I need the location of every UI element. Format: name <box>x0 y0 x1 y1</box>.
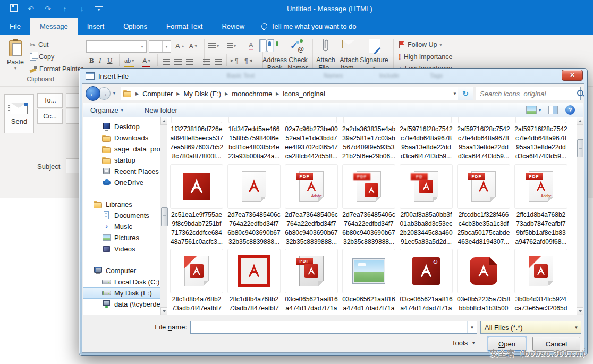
cut-button[interactable]: ✂ Cut <box>30 39 48 50</box>
follow-up-button[interactable]: Follow Up▾ <box>399 39 442 50</box>
cc-field[interactable] <box>66 109 79 124</box>
views-button[interactable]: ▾ <box>526 106 541 114</box>
sidebar-item-sage-data-produ[interactable]: sage_data_produ <box>83 143 160 155</box>
file-item[interactable]: 2c51ea1e9f755ae 9f8c9bdab7251bf 717362cd… <box>170 164 223 247</box>
font-size-combo[interactable]: ▾ <box>149 40 171 53</box>
sidebar-item-data-cyberdev[interactable]: data (\\cyberdev <box>83 299 160 310</box>
file-name-combo[interactable]: ▼ <box>190 321 477 334</box>
underline-button[interactable]: U <box>107 55 112 66</box>
undo-icon[interactable]: ↶ <box>27 5 35 13</box>
save-icon[interactable] <box>10 4 18 14</box>
file-item[interactable]: 2ffc1d8b4a768b2 73adb7847eafbf7 <box>227 249 281 313</box>
align-left-button[interactable] <box>163 56 170 67</box>
scroll-down-arrow[interactable] <box>160 307 167 315</box>
file-item[interactable]: 2a2da363835e4ab 39a2581e17c03ab 567d409f… <box>342 117 395 161</box>
sidebar-item-downloads[interactable]: ↓Downloads <box>83 132 160 143</box>
send-button[interactable]: Send <box>4 94 34 133</box>
sidebar-item-desktop[interactable]: Desktop <box>83 121 160 132</box>
signature-button[interactable] <box>369 39 380 55</box>
file-item[interactable]: PDF2d7ea736485406c 764a22edfbd34f7 6b80c… <box>342 164 395 247</box>
file-item[interactable]: PDF03ce065621aa816 a474d17dad7f71a <box>285 249 338 313</box>
history-dropdown-icon[interactable]: ▼ <box>112 91 116 96</box>
sidebar-item-videos[interactable]: Videos <box>83 243 160 255</box>
tools-button[interactable]: Tools ▼ <box>452 339 476 347</box>
font-name-combo[interactable]: ▾ <box>86 40 147 53</box>
italic-button[interactable]: I <box>99 55 101 66</box>
subject-field[interactable] <box>66 158 79 173</box>
chevron-down-icon[interactable]: ▼ <box>467 321 477 333</box>
address-dropdown-icon[interactable]: ▼ <box>453 91 457 96</box>
clear-formatting-button[interactable]: A <box>249 40 253 51</box>
sidebar-item-pictures[interactable]: Pictures <box>83 232 160 243</box>
high-importance-button[interactable]: ! High Importance <box>399 52 452 62</box>
tab-options[interactable]: Options <box>114 18 157 35</box>
organize-button[interactable]: Organize▾ <box>85 103 129 117</box>
chevron-down-icon[interactable]: ▼ <box>572 325 581 330</box>
numbering-button[interactable]: ▾ <box>227 40 236 51</box>
help-button[interactable]: ? <box>565 105 575 115</box>
file-item[interactable]: 02a7c96b273be80 52eaf1e1de3bdd7 ee4f9370… <box>285 117 338 161</box>
tell-me-box[interactable]: Tell me what you want to do <box>254 18 356 35</box>
customize-qat-icon[interactable]: ▾ <box>95 6 103 11</box>
tree-scrollbar[interactable] <box>160 117 167 315</box>
file-list-scrollbar-thumb[interactable] <box>577 139 583 157</box>
file-item[interactable]: PDFAdobe2d7ea736485406c 764a22edfbd34f7 … <box>285 164 338 247</box>
file-item[interactable]: 03e0b52235a7358 bbbb8cfa1b3f500 <box>457 249 510 313</box>
breadcrumb-segment[interactable]: My Disk (E:) <box>183 90 221 98</box>
tab-file[interactable]: File <box>0 18 30 35</box>
scroll-up-arrow[interactable] <box>160 117 167 125</box>
ltr-direction-button[interactable]: ▶¶ <box>231 55 238 66</box>
refresh-button[interactable]: ↻ <box>458 87 473 100</box>
sidebar-item-libraries[interactable]: Libraries <box>83 199 160 210</box>
sidebar-item-local-disk-c[interactable]: Local Disk (C:) <box>83 276 160 287</box>
address-bar[interactable]: ▶Computer▶My Disk (E:)▶monochrome▶icons_… <box>121 87 461 100</box>
file-name-input[interactable] <box>191 321 467 333</box>
close-button[interactable]: ✕ <box>562 70 583 81</box>
breadcrumb-separator-icon[interactable]: ▶ <box>135 91 139 96</box>
bold-button[interactable]: B <box>89 55 94 66</box>
file-item[interactable]: 1fd347edd5ae466 158fb5759840f6e bc81ce48… <box>227 117 281 161</box>
breadcrumb-separator-icon[interactable]: ▶ <box>276 91 279 96</box>
tab-review[interactable]: Review <box>212 18 254 35</box>
search-input[interactable] <box>476 90 577 98</box>
preview-pane-button[interactable] <box>548 106 558 114</box>
search-icon[interactable] <box>577 89 577 98</box>
sidebar-item-onedrive[interactable]: OneDrive <box>83 177 160 188</box>
chevron-down-icon[interactable]: ▾ <box>162 41 171 52</box>
scroll-down-arrow[interactable] <box>577 307 583 315</box>
back-button[interactable]: ← <box>86 86 100 101</box>
scroll-up-arrow[interactable] <box>577 117 583 125</box>
file-list-scrollbar[interactable] <box>577 117 583 315</box>
to-field[interactable] <box>66 93 79 108</box>
new-folder-button[interactable]: New folder <box>139 103 183 117</box>
chevron-down-icon[interactable]: ▾ <box>138 41 146 52</box>
file-item[interactable]: PD2f00af8a85a0bb3f 01ab3ba8d3c53ec 2b208… <box>400 164 453 247</box>
file-item[interactable]: 2ffc1d8b4a768b2 73adb7847eafbf7 <box>170 249 223 313</box>
check-names-button[interactable]: ✓@ <box>290 39 304 54</box>
tab-format-text[interactable]: Format Text <box>157 18 212 35</box>
to-button[interactable]: To... <box>37 93 63 108</box>
rtl-direction-button[interactable]: ¶◀ <box>244 55 252 66</box>
next-item-icon[interactable]: ↓ <box>78 5 86 13</box>
redo-icon[interactable]: ↷ <box>44 5 52 13</box>
file-item[interactable]: PDFAdobe2ffc1d8b4a768b2 73adb7847eafbf7 … <box>514 164 567 247</box>
bullets-button[interactable]: ▾ <box>208 40 219 51</box>
attach-file-button[interactable] <box>320 38 329 57</box>
grow-font-button[interactable]: A▲ <box>175 40 185 51</box>
file-item[interactable]: 03ce065621aa816 a474d17dad7f71a <box>342 249 395 313</box>
decrease-indent-button[interactable] <box>203 56 210 67</box>
breadcrumb-separator-icon[interactable]: ▶ <box>176 91 180 96</box>
sidebar-item-recent-places[interactable]: Recent Places <box>83 166 160 177</box>
align-center-button[interactable] <box>174 56 182 67</box>
file-item[interactable]: 2af59716f28c7542 c7fe4db648a9678 95aa13e… <box>457 117 510 161</box>
previous-item-icon[interactable]: ↑ <box>61 5 69 13</box>
file-item[interactable]: 3b0b4d314fc5924 ca73e65ec32065d <box>514 249 567 313</box>
sidebar-item-startup[interactable]: startup <box>83 155 160 166</box>
text-highlight-button[interactable]: ab▾ <box>124 55 134 66</box>
file-item[interactable]: PDF2fccdbc1f328f466 c4cb3be35a1c3df 25bc… <box>457 164 510 247</box>
sidebar-item-documents[interactable]: Documents <box>83 210 160 221</box>
breadcrumb-segment[interactable]: monochrome <box>232 90 272 98</box>
shrink-font-button[interactable]: A▼ <box>189 40 198 51</box>
file-item[interactable]: 2d7ea736485406c 764a22edfbd34f7 6b80c940… <box>227 164 281 247</box>
breadcrumb-segment[interactable]: Computer <box>142 90 173 98</box>
